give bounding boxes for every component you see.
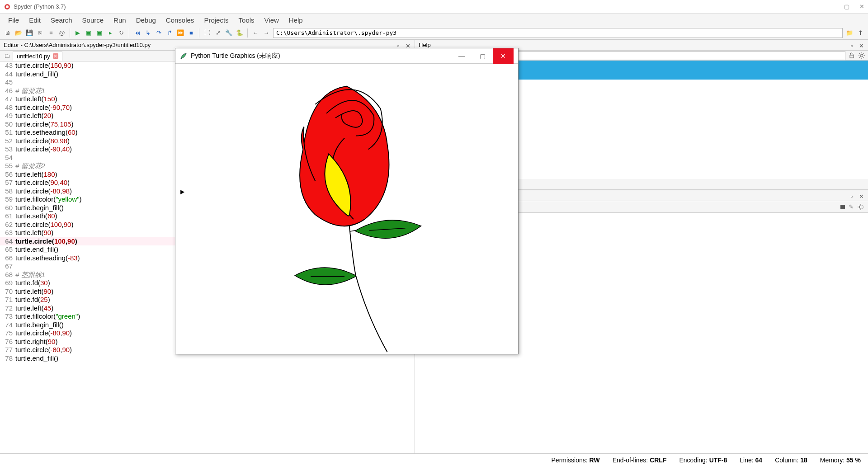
toolbar-separator (199, 28, 199, 38)
line-number: 44 (0, 70, 15, 79)
menu-tools[interactable]: Tools (234, 15, 259, 25)
line-number: 73 (0, 312, 15, 321)
main-toolbar: 🗎 📂 💾 ⎘ ≡ @ ▶ ▣ ▣ ▸ ↻ ⏮ ↳ ↷ ↱ ⏩ ■ ⛶ ⤢ 🔧 … (0, 26, 868, 40)
nav-forward-icon[interactable]: → (262, 29, 270, 37)
open-file-icon[interactable]: 📂 (14, 29, 23, 37)
window-close-button[interactable]: ✕ (859, 3, 864, 10)
line-number: 66 (0, 254, 15, 263)
line-number: 65 (0, 245, 15, 254)
rerun-icon[interactable]: ↻ (117, 29, 125, 37)
console-remove-icon[interactable]: ✎ (849, 203, 854, 210)
at-icon[interactable]: @ (58, 29, 66, 37)
help-undock-icon[interactable]: ▫ (851, 42, 856, 48)
svg-point-3 (860, 54, 863, 57)
help-header-text: Help (419, 42, 431, 48)
toolbar-separator (247, 28, 248, 38)
debug-stop-icon[interactable]: ■ (187, 29, 195, 37)
turtle-app-icon (180, 52, 187, 60)
status-permissions: Permissions: RW (552, 457, 600, 464)
line-number: 68 (0, 271, 15, 279)
statusbar: Permissions: RW End-of-lines: CRLF Encod… (0, 453, 868, 466)
run-selection-icon[interactable]: ▸ (106, 29, 114, 37)
save-all-icon[interactable]: ⎘ (36, 29, 44, 37)
svg-rect-2 (850, 55, 854, 58)
line-number: 47 (0, 95, 15, 104)
debug-out-icon[interactable]: ↱ (165, 29, 174, 37)
line-number: 53 (0, 145, 15, 154)
console-undock-icon[interactable]: ▫ (851, 193, 856, 198)
toolbar-separator (129, 28, 129, 38)
tab-close-icon[interactable]: ✕ (53, 53, 58, 59)
debug-step-icon[interactable]: ⏮ (133, 29, 141, 37)
svg-point-4 (859, 206, 862, 208)
menu-projects[interactable]: Projects (199, 15, 233, 25)
code-line[interactable]: 78turtle.end_fill() (0, 354, 415, 363)
turtle-graphics-window[interactable]: Python Turtle Graphics (未响应) — ▢ ✕ (175, 48, 519, 354)
debug-over-icon[interactable]: ↷ (155, 29, 163, 37)
turtle-minimize-button[interactable]: — (451, 48, 472, 64)
svg-point-1 (6, 5, 9, 8)
line-number: 78 (0, 354, 15, 363)
menu-run[interactable]: Run (109, 15, 131, 25)
line-number: 70 (0, 287, 15, 296)
debug-into-icon[interactable]: ↳ (144, 29, 152, 37)
working-directory-input[interactable] (273, 28, 843, 38)
menu-view[interactable]: View (260, 15, 283, 25)
run-cell-advance-icon[interactable]: ▣ (95, 29, 104, 37)
turtle-titlebar[interactable]: Python Turtle Graphics (未响应) — ▢ ✕ (175, 48, 518, 64)
line-number: 48 (0, 104, 15, 112)
line-number: 64 (0, 237, 15, 246)
window-minimize-button[interactable]: — (828, 3, 834, 10)
run-cell-icon[interactable]: ▣ (85, 29, 93, 37)
editor-tab-label: untitled10.py (17, 53, 50, 60)
new-file-icon[interactable]: 🗎 (4, 29, 12, 37)
nav-back-icon[interactable]: ← (251, 29, 259, 37)
line-number: 46 (0, 87, 15, 95)
maximize-pane-icon[interactable]: ⛶ (203, 29, 211, 37)
menu-source[interactable]: Source (78, 15, 108, 25)
browse-dir-icon[interactable]: 📁 (845, 29, 854, 37)
spyder-logo-icon (4, 3, 11, 10)
help-close-icon[interactable]: ✕ (859, 42, 864, 48)
run-icon[interactable]: ▶ (74, 29, 82, 37)
line-number: 77 (0, 346, 15, 354)
menu-search[interactable]: Search (46, 15, 77, 25)
console-close-icon[interactable]: ✕ (859, 193, 864, 198)
menubar: FileEditSearchSourceRunDebugConsolesProj… (0, 14, 868, 26)
line-number: 69 (0, 279, 15, 287)
window-maximize-button[interactable]: ▢ (844, 3, 849, 10)
menu-help[interactable]: Help (284, 15, 307, 25)
menu-debug[interactable]: Debug (132, 15, 160, 25)
code-content: turtle.end_fill() (15, 354, 415, 363)
toolbar-separator (70, 28, 70, 38)
editor-header-text: Editor - C:\Users\Administrator\.spyder-… (4, 42, 151, 48)
preferences-icon[interactable]: 🔧 (225, 29, 233, 37)
save-file-icon[interactable]: 💾 (25, 29, 33, 37)
line-number: 62 (0, 221, 15, 229)
line-number: 51 (0, 128, 15, 137)
line-number: 75 (0, 329, 15, 338)
python-path-icon[interactable]: 🐍 (236, 29, 244, 37)
status-line: Line: 64 (740, 457, 762, 464)
editor-close-icon[interactable]: ✕ (406, 42, 411, 48)
menu-file[interactable]: File (4, 15, 24, 25)
line-number: 43 (0, 61, 15, 70)
lock-icon[interactable] (848, 52, 855, 59)
console-stop-icon[interactable] (840, 205, 845, 209)
gear-icon[interactable] (858, 52, 865, 59)
turtle-close-button[interactable]: ✕ (493, 48, 514, 64)
turtle-maximize-button[interactable]: ▢ (472, 48, 493, 64)
editor-tab[interactable]: untitled10.py ✕ (13, 52, 62, 61)
window-title: Spyder (Python 3.7) (14, 3, 828, 10)
file-browse-icon[interactable]: 🗀 (3, 52, 11, 60)
menu-edit[interactable]: Edit (24, 15, 45, 25)
list-icon[interactable]: ≡ (47, 29, 55, 37)
editor-undock-icon[interactable]: ▫ (397, 42, 403, 48)
line-number: 67 (0, 262, 15, 271)
console-options-icon[interactable] (857, 203, 864, 211)
menu-consoles[interactable]: Consoles (161, 15, 199, 25)
parent-dir-icon[interactable]: ⬆ (856, 29, 864, 37)
fullscreen-icon[interactable]: ⤢ (214, 29, 222, 37)
debug-continue-icon[interactable]: ⏩ (176, 29, 184, 37)
line-number: 60 (0, 204, 15, 212)
